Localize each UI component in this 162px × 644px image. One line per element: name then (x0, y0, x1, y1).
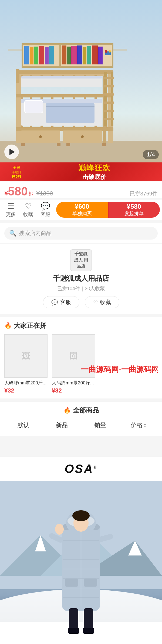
osa-product-image: 1/5 (0, 481, 162, 644)
svg-rect-13 (62, 45, 66, 64)
current-price: 580 (8, 185, 28, 198)
svg-rect-39 (21, 76, 102, 79)
banner-main-text: 巅峰狂欢 (78, 163, 111, 173)
play-button[interactable] (4, 145, 19, 159)
service-button[interactable]: 💬 客服 (37, 200, 54, 220)
svg-rect-5 (112, 43, 113, 68)
sort-tab-default[interactable]: 默认 (4, 419, 43, 431)
svg-rect-71 (21, 143, 25, 146)
chat-icon: 💬 (41, 202, 50, 211)
banner-full-text: 全民 (13, 165, 20, 170)
svg-rect-3 (22, 66, 113, 68)
svg-rect-19 (92, 45, 98, 64)
svg-rect-65 (104, 110, 114, 112)
message-icon: 💬 (51, 299, 58, 306)
svg-point-89 (72, 510, 90, 521)
sort-tab-price[interactable]: 价格 ▲ ▼ (119, 419, 158, 431)
sort-tabs: 默认 新品 销量 价格 ▲ ▼ (4, 419, 158, 434)
svg-rect-63 (104, 93, 114, 96)
search-input-wrap[interactable]: 🔍 搜索店内商品 (4, 227, 158, 240)
search-bar: 🔍 搜索店内商品 (0, 223, 162, 243)
svg-rect-20 (98, 47, 103, 64)
fire-icon: 🔥 (4, 322, 12, 329)
heart-icon: ♡ (25, 202, 32, 211)
price-section: ¥ 580 起 ¥1300 已拼3769件 (0, 181, 162, 198)
svg-rect-43 (16, 127, 113, 131)
svg-rect-7 (24, 46, 29, 64)
store-stats: 已拼104件｜30人收藏 (57, 285, 105, 292)
store-service-label: 客服 (60, 299, 71, 306)
favorite-button[interactable]: ♡ 收藏 (19, 200, 37, 220)
image-counter: 1/4 (143, 150, 159, 159)
svg-rect-106 (84, 578, 97, 587)
more-button[interactable]: ☰ 更多 (2, 200, 19, 220)
banner-sub-text: 击破底价 (83, 173, 106, 181)
fire-icon-2: 🔥 (63, 407, 71, 414)
svg-rect-66 (104, 118, 114, 120)
svg-point-70 (81, 135, 84, 138)
price-unit: ¥ (4, 189, 8, 197)
buy-single-button[interactable]: ¥600 单独购买 (56, 202, 108, 218)
sold-count: 已拼3769件 (130, 190, 158, 197)
svg-rect-77 (0, 622, 162, 644)
svg-rect-6 (59, 43, 61, 68)
svg-point-92 (55, 524, 64, 535)
svg-rect-17 (83, 47, 86, 64)
svg-rect-14 (67, 47, 71, 64)
heart-store-icon: ♡ (93, 299, 98, 306)
store-favorite-label: 收藏 (100, 299, 111, 306)
watermark-text: 一曲源码网-一曲源码网 (81, 364, 158, 375)
svg-point-23 (109, 50, 111, 53)
pinning-item-name: 大码胖mm罩200斤... (4, 380, 48, 386)
pinning-item-image: 🖼 (4, 334, 48, 378)
svg-rect-2 (22, 43, 113, 45)
svg-rect-57 (46, 103, 94, 123)
store-name: 千魅狐成人用品店 (53, 274, 109, 283)
svg-rect-96 (83, 628, 94, 634)
svg-rect-74 (102, 143, 106, 146)
store-avatar: 千魅狐 成人 用品店 (70, 249, 92, 271)
action-bar: ☰ 更多 ♡ 收藏 💬 客服 ¥600 单独购买 ¥580 发起拼单 (0, 199, 162, 220)
search-placeholder-text: 搜索店内商品 (19, 230, 52, 237)
more-icon: ☰ (8, 202, 14, 211)
svg-rect-42 (16, 94, 113, 97)
pinning-item-price: ¥32 (4, 387, 48, 394)
buy-group-price: ¥580 (127, 203, 141, 210)
promo-banner[interactable]: 全民 幸福日 12·12 巅峰狂欢 击破底价 (0, 162, 162, 181)
svg-rect-41 (16, 70, 37, 73)
buy-group-label: 发起拼单 (124, 210, 144, 217)
svg-rect-95 (68, 628, 79, 634)
svg-rect-15 (71, 46, 77, 64)
original-price: ¥1300 (36, 190, 53, 197)
buy-group-button[interactable]: ¥580 发起拼单 (108, 202, 160, 218)
banner-happiness: 幸福日 (12, 170, 21, 174)
svg-rect-93 (69, 608, 78, 630)
svg-rect-8 (30, 47, 33, 64)
svg-rect-16 (77, 45, 82, 64)
pinning-section: 🔥 大家正在拼 一曲源码网-一曲源码网 🖼 大码胖mm罩200斤... ¥32 … (0, 317, 162, 398)
banner-year-badge: 12·12 (12, 175, 21, 178)
store-service-button[interactable]: 💬 客服 (43, 296, 79, 308)
buy-single-price: ¥600 (75, 203, 89, 210)
store-favorite-button[interactable]: ♡ 收藏 (85, 296, 119, 308)
osa-section: OSA® (0, 457, 162, 644)
list-item[interactable]: 🖼 大码胖mm罩200斤... ¥32 (4, 334, 48, 394)
all-products-section: 🔥 全部商品 默认 新品 销量 价格 ▲ ▼ (0, 402, 162, 436)
svg-rect-18 (87, 46, 91, 64)
sort-tab-new[interactable]: 新品 (43, 419, 81, 431)
all-products-title: 全部商品 (73, 406, 99, 415)
pinning-item-price-2: ¥32 (52, 387, 95, 394)
svg-rect-61 (104, 77, 114, 79)
osa-logo: OSA® (0, 457, 162, 481)
svg-rect-94 (84, 608, 93, 630)
svg-rect-62 (104, 85, 114, 87)
svg-point-69 (39, 135, 42, 138)
sort-tab-sales[interactable]: 销量 (81, 419, 119, 431)
service-label: 客服 (40, 211, 50, 218)
pinning-title: 大家正在拼 (14, 321, 46, 330)
svg-rect-4 (22, 43, 23, 68)
search-icon: 🔍 (9, 230, 16, 237)
svg-rect-11 (45, 47, 49, 64)
svg-point-22 (105, 50, 107, 53)
svg-rect-10 (39, 46, 44, 64)
